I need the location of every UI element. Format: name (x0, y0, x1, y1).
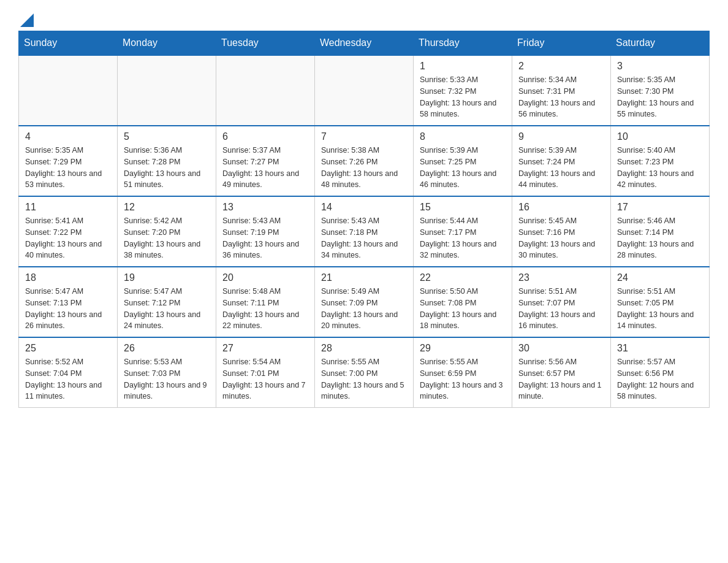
day-number: 22 (420, 272, 506, 283)
day-info: Sunrise: 5:51 AMSunset: 7:07 PMDaylight:… (518, 286, 604, 332)
day-info: Sunrise: 5:47 AMSunset: 7:13 PMDaylight:… (25, 286, 111, 332)
day-info: Sunrise: 5:42 AMSunset: 7:20 PMDaylight:… (124, 215, 210, 261)
calendar-week-2: 4Sunrise: 5:35 AMSunset: 7:29 PMDaylight… (19, 126, 710, 196)
calendar-cell: 20Sunrise: 5:48 AMSunset: 7:11 PMDayligh… (216, 267, 315, 337)
day-info: Sunrise: 5:36 AMSunset: 7:28 PMDaylight:… (124, 145, 210, 191)
calendar-cell (315, 55, 414, 126)
header-tuesday: Tuesday (216, 31, 315, 56)
day-info: Sunrise: 5:39 AMSunset: 7:25 PMDaylight:… (420, 145, 506, 191)
day-number: 2 (518, 61, 604, 72)
header-wednesday: Wednesday (315, 31, 414, 56)
calendar-header-row: SundayMondayTuesdayWednesdayThursdayFrid… (19, 31, 710, 56)
day-number: 24 (617, 272, 703, 283)
day-info: Sunrise: 5:46 AMSunset: 7:14 PMDaylight:… (617, 215, 703, 261)
calendar-cell: 1Sunrise: 5:33 AMSunset: 7:32 PMDaylight… (414, 55, 512, 126)
calendar-cell: 22Sunrise: 5:50 AMSunset: 7:08 PMDayligh… (414, 267, 512, 337)
day-info: Sunrise: 5:33 AMSunset: 7:32 PMDaylight:… (420, 74, 506, 120)
day-number: 18 (25, 272, 111, 283)
calendar-table: SundayMondayTuesdayWednesdayThursdayFrid… (18, 31, 710, 408)
day-number: 12 (124, 202, 210, 213)
calendar-week-5: 25Sunrise: 5:52 AMSunset: 7:04 PMDayligh… (19, 337, 710, 408)
day-number: 31 (617, 343, 703, 354)
day-info: Sunrise: 5:38 AMSunset: 7:26 PMDaylight:… (321, 145, 407, 191)
day-info: Sunrise: 5:43 AMSunset: 7:18 PMDaylight:… (321, 215, 407, 261)
calendar-cell: 11Sunrise: 5:41 AMSunset: 7:22 PMDayligh… (19, 196, 118, 267)
logo-triangle-icon (20, 13, 34, 27)
calendar-cell: 14Sunrise: 5:43 AMSunset: 7:18 PMDayligh… (315, 196, 414, 267)
day-info: Sunrise: 5:45 AMSunset: 7:16 PMDaylight:… (518, 215, 604, 261)
day-info: Sunrise: 5:43 AMSunset: 7:19 PMDaylight:… (222, 215, 308, 261)
header-sunday: Sunday (19, 31, 118, 56)
logo (18, 12, 34, 25)
header-friday: Friday (512, 31, 611, 56)
calendar-week-4: 18Sunrise: 5:47 AMSunset: 7:13 PMDayligh… (19, 267, 710, 337)
calendar-cell: 7Sunrise: 5:38 AMSunset: 7:26 PMDaylight… (315, 126, 414, 196)
calendar-week-1: 1Sunrise: 5:33 AMSunset: 7:32 PMDaylight… (19, 55, 710, 126)
calendar-cell: 27Sunrise: 5:54 AMSunset: 7:01 PMDayligh… (216, 337, 315, 408)
calendar-cell: 12Sunrise: 5:42 AMSunset: 7:20 PMDayligh… (118, 196, 216, 267)
day-number: 23 (518, 272, 604, 283)
calendar-cell: 4Sunrise: 5:35 AMSunset: 7:29 PMDaylight… (19, 126, 118, 196)
calendar-cell: 9Sunrise: 5:39 AMSunset: 7:24 PMDaylight… (512, 126, 611, 196)
day-number: 13 (222, 202, 308, 213)
day-number: 26 (124, 343, 210, 354)
day-info: Sunrise: 5:55 AMSunset: 6:59 PMDaylight:… (420, 356, 506, 402)
day-info: Sunrise: 5:39 AMSunset: 7:24 PMDaylight:… (518, 145, 604, 191)
day-info: Sunrise: 5:49 AMSunset: 7:09 PMDaylight:… (321, 286, 407, 332)
day-info: Sunrise: 5:57 AMSunset: 6:56 PMDaylight:… (617, 356, 703, 402)
day-info: Sunrise: 5:56 AMSunset: 6:57 PMDaylight:… (518, 356, 604, 402)
calendar-cell: 28Sunrise: 5:55 AMSunset: 7:00 PMDayligh… (315, 337, 414, 408)
calendar-cell: 30Sunrise: 5:56 AMSunset: 6:57 PMDayligh… (512, 337, 611, 408)
day-number: 10 (617, 131, 703, 142)
calendar-cell (118, 55, 216, 126)
day-number: 5 (124, 131, 210, 142)
calendar-cell: 23Sunrise: 5:51 AMSunset: 7:07 PMDayligh… (512, 267, 611, 337)
calendar-cell: 19Sunrise: 5:47 AMSunset: 7:12 PMDayligh… (118, 267, 216, 337)
day-number: 15 (420, 202, 506, 213)
calendar-cell: 3Sunrise: 5:35 AMSunset: 7:30 PMDaylight… (611, 55, 710, 126)
day-info: Sunrise: 5:54 AMSunset: 7:01 PMDaylight:… (222, 356, 308, 402)
calendar-cell: 15Sunrise: 5:44 AMSunset: 7:17 PMDayligh… (414, 196, 512, 267)
day-info: Sunrise: 5:47 AMSunset: 7:12 PMDaylight:… (124, 286, 210, 332)
calendar-cell: 6Sunrise: 5:37 AMSunset: 7:27 PMDaylight… (216, 126, 315, 196)
calendar-cell: 5Sunrise: 5:36 AMSunset: 7:28 PMDaylight… (118, 126, 216, 196)
day-number: 6 (222, 131, 308, 142)
calendar-cell (19, 55, 118, 126)
day-number: 30 (518, 343, 604, 354)
calendar-cell: 10Sunrise: 5:40 AMSunset: 7:23 PMDayligh… (611, 126, 710, 196)
calendar-cell: 16Sunrise: 5:45 AMSunset: 7:16 PMDayligh… (512, 196, 611, 267)
day-number: 17 (617, 202, 703, 213)
day-number: 25 (25, 343, 111, 354)
day-number: 9 (518, 131, 604, 142)
day-number: 1 (420, 61, 506, 72)
calendar-week-3: 11Sunrise: 5:41 AMSunset: 7:22 PMDayligh… (19, 196, 710, 267)
calendar-cell: 18Sunrise: 5:47 AMSunset: 7:13 PMDayligh… (19, 267, 118, 337)
day-info: Sunrise: 5:37 AMSunset: 7:27 PMDaylight:… (222, 145, 308, 191)
day-number: 8 (420, 131, 506, 142)
day-number: 14 (321, 202, 407, 213)
day-number: 16 (518, 202, 604, 213)
day-number: 20 (222, 272, 308, 283)
calendar-cell (216, 55, 315, 126)
day-info: Sunrise: 5:40 AMSunset: 7:23 PMDaylight:… (617, 145, 703, 191)
day-info: Sunrise: 5:52 AMSunset: 7:04 PMDaylight:… (25, 356, 111, 402)
day-number: 29 (420, 343, 506, 354)
svg-marker-0 (20, 13, 34, 27)
day-number: 19 (124, 272, 210, 283)
day-info: Sunrise: 5:50 AMSunset: 7:08 PMDaylight:… (420, 286, 506, 332)
day-info: Sunrise: 5:48 AMSunset: 7:11 PMDaylight:… (222, 286, 308, 332)
day-info: Sunrise: 5:44 AMSunset: 7:17 PMDaylight:… (420, 215, 506, 261)
day-number: 3 (617, 61, 703, 72)
calendar-cell: 13Sunrise: 5:43 AMSunset: 7:19 PMDayligh… (216, 196, 315, 267)
day-number: 4 (25, 131, 111, 142)
calendar-cell: 26Sunrise: 5:53 AMSunset: 7:03 PMDayligh… (118, 337, 216, 408)
day-info: Sunrise: 5:55 AMSunset: 7:00 PMDaylight:… (321, 356, 407, 402)
day-info: Sunrise: 5:34 AMSunset: 7:31 PMDaylight:… (518, 74, 604, 120)
calendar-cell: 25Sunrise: 5:52 AMSunset: 7:04 PMDayligh… (19, 337, 118, 408)
calendar-cell: 31Sunrise: 5:57 AMSunset: 6:56 PMDayligh… (611, 337, 710, 408)
header-saturday: Saturday (611, 31, 710, 56)
day-number: 7 (321, 131, 407, 142)
day-info: Sunrise: 5:35 AMSunset: 7:29 PMDaylight:… (25, 145, 111, 191)
calendar-cell: 8Sunrise: 5:39 AMSunset: 7:25 PMDaylight… (414, 126, 512, 196)
day-number: 28 (321, 343, 407, 354)
